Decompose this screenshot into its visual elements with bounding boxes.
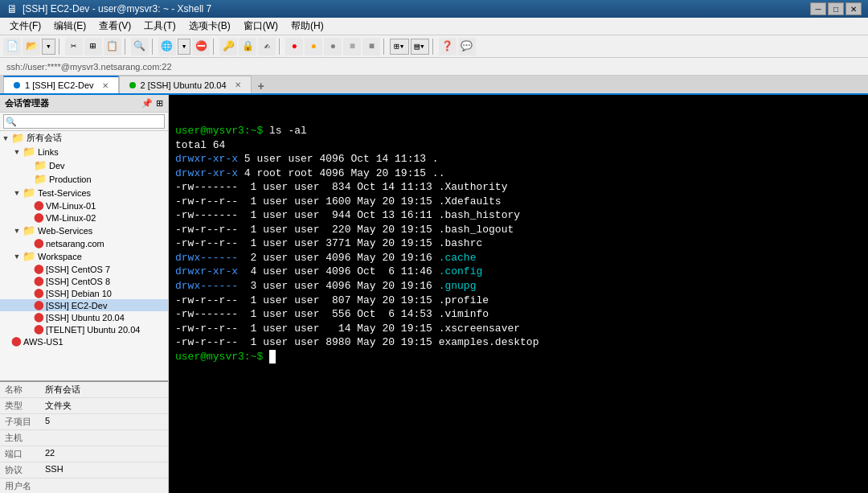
tree-item-vm-linux-01[interactable]: ⬤ VM-Linux-01 xyxy=(0,199,168,212)
terminal-text: drwx------ xyxy=(175,252,238,264)
info-row: 用户名 xyxy=(0,479,168,494)
tree-item-workspace[interactable]: ▼ 📁 Workspace xyxy=(0,249,168,263)
item-icon: ⬤ xyxy=(34,288,43,298)
tree-item-telnet-ubuntu[interactable]: ⬤ [TELNET] Ubuntu 20.04 xyxy=(0,323,168,335)
terminal-line: drwxr-xr-x 4 user user 4096 Oct 6 11:46 … xyxy=(175,265,862,279)
item-label: VM-Linux-02 xyxy=(46,213,96,223)
tab-add-button[interactable]: + xyxy=(252,80,271,93)
new-session-icon[interactable]: ⊞ xyxy=(156,98,163,109)
menu-file[interactable]: 文件(F) xyxy=(3,18,47,35)
gray2-btn[interactable]: ■ xyxy=(343,38,361,55)
tab-ec2-dev[interactable]: 1 [SSH] EC2-Dev ✕ xyxy=(3,76,119,93)
tree-item-vm-linux-02[interactable]: ⬤ VM-Linux-02 xyxy=(0,212,168,224)
ssh-icon: ⬤ xyxy=(34,324,43,334)
pin-icon[interactable]: 📌 xyxy=(141,98,153,109)
tree-item-centos8[interactable]: ⬤ [SSH] CentOS 8 xyxy=(0,275,168,287)
menu-help[interactable]: 帮助(H) xyxy=(285,18,330,35)
folder-icon: 📁 xyxy=(23,250,35,262)
terminal[interactable]: user@mysvr3:~$ ls -altotal 64drwxr-xr-x … xyxy=(169,95,868,493)
chat-btn[interactable]: 💬 xyxy=(458,38,476,55)
toggle-icon: ▼ xyxy=(11,253,23,261)
maximize-button[interactable]: □ xyxy=(828,2,844,15)
item-label: 所有会话 xyxy=(27,132,62,144)
menu-view[interactable]: 查看(V) xyxy=(92,18,137,35)
sidebar-title: 会话管理器 xyxy=(5,97,49,109)
open-btn[interactable]: 📂 xyxy=(23,38,40,55)
lock-btn[interactable]: 🔒 xyxy=(239,38,256,55)
item-icon: ⬤ xyxy=(34,324,43,335)
tree-item-ec2dev[interactable]: ⬤ [SSH] EC2-Dev xyxy=(0,299,168,311)
menu-tools[interactable]: 工具(T) xyxy=(137,18,182,35)
find-btn[interactable]: 🔍 xyxy=(131,38,149,55)
menu-edit[interactable]: 编辑(E) xyxy=(47,18,92,35)
terminal-text: .. xyxy=(432,167,445,179)
item-icon: ⬤ xyxy=(34,200,43,211)
item-label: Links xyxy=(38,147,59,157)
tree-item-ubuntu2004[interactable]: ⬤ [SSH] Ubuntu 20.04 xyxy=(0,311,168,323)
sidebar-search[interactable] xyxy=(0,113,168,131)
tree-item-debian10[interactable]: ⬤ [SSH] Debian 10 xyxy=(0,287,168,299)
search-input[interactable] xyxy=(3,114,165,129)
tree-item-centos7[interactable]: ⬤ [SSH] CentOS 7 xyxy=(0,263,168,275)
info-label: 端口 xyxy=(0,446,40,462)
info-value: 5 xyxy=(40,414,168,430)
tree-item-web-services[interactable]: ▼ 📁 Web-Services xyxy=(0,224,168,237)
terminal-line: drwxr-xr-x 5 user user 4096 Oct 14 11:13… xyxy=(175,152,862,166)
copy-btn[interactable]: ⊞ xyxy=(84,38,102,55)
main-content: 会话管理器 📌 ⊞ ▼ 📁 所有会话 ▼ 📁 Links 📁 Dev 📁 Pro… xyxy=(0,95,868,493)
help-btn[interactable]: ❓ xyxy=(439,38,457,55)
terminal-final-prompt: user@mysvr3:~$ xyxy=(175,350,862,364)
terminal-line: drwx------ 2 user user 4096 May 20 19:16… xyxy=(175,251,862,265)
key-btn[interactable]: 🔑 xyxy=(219,38,237,55)
menu-window[interactable]: 窗口(W) xyxy=(237,18,285,35)
terminal-line: -rw------- 1 user user 944 Oct 13 16:11 … xyxy=(175,208,862,223)
toggle-icon: ▼ xyxy=(11,148,23,156)
compose-btn[interactable]: ✍ xyxy=(258,38,276,55)
connect-dropdown[interactable]: ▾ xyxy=(178,39,191,55)
cut-btn[interactable]: ✂ xyxy=(65,38,83,55)
tree-item-dev[interactable]: 📁 Dev xyxy=(0,158,168,172)
item-label: Dev xyxy=(49,161,65,170)
tree-item-links[interactable]: ▼ 📁 Links xyxy=(0,145,168,158)
orange-btn[interactable]: ● xyxy=(305,38,322,55)
folder-dropdown[interactable]: ▾ xyxy=(42,39,55,55)
ssh-icon: ⬤ xyxy=(34,264,43,273)
menu-select-tab[interactable]: 选项卡(B) xyxy=(182,18,237,35)
layout-dropdown[interactable]: ▤▾ xyxy=(411,39,429,55)
item-icon: 📁 xyxy=(23,187,35,199)
close-button[interactable]: ✕ xyxy=(845,2,862,15)
item-icon: 📁 xyxy=(23,250,35,262)
tab-close-ec2[interactable]: ✕ xyxy=(102,81,108,90)
tree-item-production[interactable]: 📁 Production xyxy=(0,172,168,186)
minimize-button[interactable]: ─ xyxy=(810,2,826,15)
disconnect-btn[interactable]: ⛔ xyxy=(192,38,210,55)
terminal-text: -rw------- 1 user user 834 Oct 14 11:13 … xyxy=(175,181,507,193)
tab-close-ubuntu[interactable]: ✕ xyxy=(235,80,241,89)
gray1-btn[interactable]: ● xyxy=(324,38,342,55)
tree-item-aws-us1[interactable]: ⬤ AWS-US1 xyxy=(0,335,168,347)
info-value xyxy=(40,479,168,494)
info-row: 名称所有会话 xyxy=(0,382,168,398)
tree-item-test-services[interactable]: ▼ 📁 Test-Services xyxy=(0,186,168,199)
gray3-btn[interactable]: ■ xyxy=(362,38,380,55)
item-icon: ⬤ xyxy=(34,300,43,310)
terminal-line: -rw------- 1 user user 834 Oct 14 11:13 … xyxy=(175,180,862,195)
view-dropdown[interactable]: ⊞▾ xyxy=(390,39,408,55)
folder-icon: 📁 xyxy=(23,187,35,199)
connect-btn[interactable]: 🌐 xyxy=(158,38,176,55)
item-label: netsarang.com xyxy=(46,239,104,249)
tab-label-ec2: 1 [SSH] EC2-Dev xyxy=(25,80,94,90)
tab-ubuntu[interactable]: 2 [SSH] Ubuntu 20.04 ✕ xyxy=(119,76,252,93)
tree-item-netsarang[interactable]: ⬤ netsarang.com xyxy=(0,237,168,249)
terminal-text: -rw-r--r-- 1 user user 1600 May 20 19:15… xyxy=(175,195,502,207)
terminal-text: -rw-r--r-- 1 user user 220 May 20 19:15 … xyxy=(175,224,514,236)
terminal-text: 3 user user 4096 May 20 19:16 xyxy=(238,280,439,292)
tab-dot-ubuntu xyxy=(129,82,136,88)
item-label: VM-Linux-01 xyxy=(46,201,96,211)
sep7 xyxy=(432,39,436,55)
new-file-btn[interactable]: 📄 xyxy=(3,38,21,55)
red-btn[interactable]: ● xyxy=(285,38,303,55)
tree-item-all-sessions[interactable]: ▼ 📁 所有会话 xyxy=(0,131,168,145)
paste-btn[interactable]: 📋 xyxy=(104,38,121,55)
ssh-icon: ⬤ xyxy=(34,276,43,286)
